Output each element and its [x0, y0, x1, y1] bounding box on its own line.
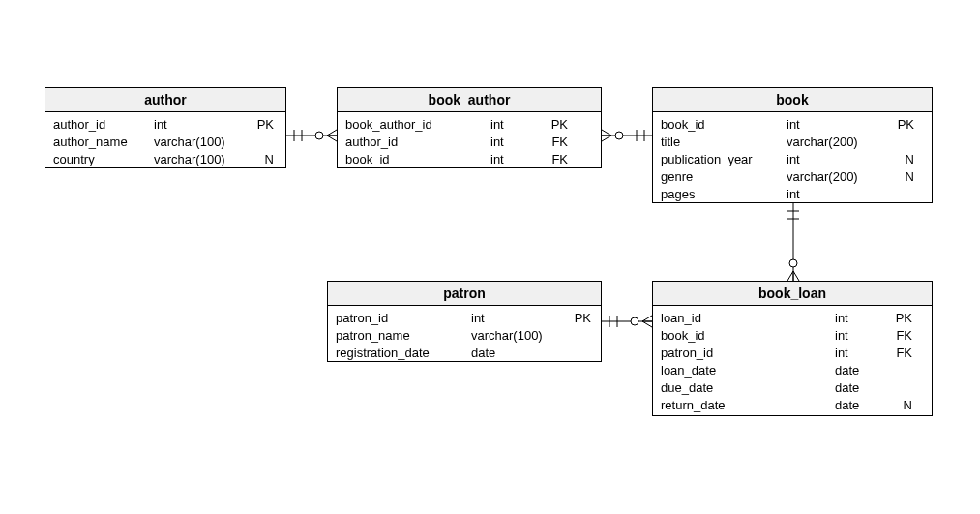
field-type: int [835, 310, 883, 327]
field-name: country [53, 151, 154, 168]
field-row: author_name varchar(100) [53, 134, 278, 151]
entity-title: patron [328, 282, 601, 306]
relationship-author-to-bookauthor [286, 130, 337, 141]
field-name: book_id [345, 151, 490, 168]
svg-point-27 [631, 317, 638, 325]
field-key: PK [564, 310, 591, 327]
field-type: int [835, 327, 883, 345]
field-key: FK [529, 134, 568, 151]
field-type: int [835, 345, 883, 362]
field-row: title varchar(200) [661, 134, 924, 151]
field-row: book_id int FK [345, 151, 593, 168]
field-key: N [883, 397, 912, 414]
field-name: due_date [661, 379, 835, 397]
field-key: PK [529, 116, 568, 134]
field-row: author_id int PK [53, 116, 278, 134]
svg-line-26 [642, 316, 652, 321]
field-type: int [787, 186, 887, 203]
entity-patron: patron patron_id int PK patron_name varc… [327, 281, 602, 362]
field-type: varchar(100) [471, 327, 564, 345]
svg-line-3 [327, 136, 337, 141]
field-row: author_id int FK [345, 134, 593, 151]
field-key: FK [529, 151, 568, 168]
field-type: varchar(100) [154, 151, 247, 168]
field-row: genre varchar(200) N [661, 168, 924, 186]
field-type: int [787, 151, 887, 168]
field-type: date [835, 362, 883, 379]
svg-point-11 [615, 132, 623, 139]
relationship-bookauthor-to-book [602, 130, 652, 141]
field-key: FK [883, 327, 912, 345]
field-type: date [835, 379, 883, 397]
relationship-overlay [0, 0, 980, 514]
field-row: patron_id int PK [336, 310, 593, 327]
svg-line-19 [793, 271, 799, 281]
relationship-book-to-bookloan [787, 203, 799, 281]
field-row: return_date date N [661, 397, 924, 414]
field-name: book_author_id [345, 116, 490, 134]
field-type: int [154, 116, 247, 134]
svg-line-24 [642, 321, 652, 327]
entity-title: author [45, 88, 285, 112]
field-row: book_id int PK [661, 116, 924, 134]
field-row: registration_date date [336, 345, 593, 362]
field-type: varchar(100) [154, 134, 247, 151]
svg-line-17 [787, 271, 793, 281]
field-type: date [471, 345, 564, 362]
field-name: patron_id [661, 345, 835, 362]
field-row: due_date date [661, 379, 924, 397]
entity-title: book_loan [653, 282, 932, 306]
field-row: loan_id int PK [661, 310, 924, 327]
entity-body: loan_id int PK book_id int FK patron_id … [653, 306, 932, 422]
field-name: loan_id [661, 310, 835, 327]
field-key: N [247, 151, 274, 168]
field-type: int [471, 310, 564, 327]
field-key: N [887, 168, 914, 186]
field-type: int [787, 116, 887, 134]
field-name: author_id [345, 134, 490, 151]
field-name: author_id [53, 116, 154, 134]
entity-book_author: book_author book_author_id int PK author… [337, 87, 602, 168]
field-name: author_name [53, 134, 154, 151]
field-key: PK [887, 116, 914, 134]
field-row: book_id int FK [661, 327, 924, 345]
relationship-patron-to-bookloan [602, 316, 652, 327]
field-type: varchar(200) [787, 134, 887, 151]
field-name: patron_id [336, 310, 471, 327]
field-type: date [835, 397, 883, 414]
svg-line-10 [602, 136, 611, 141]
field-key: N [887, 151, 914, 168]
svg-point-20 [789, 259, 797, 267]
field-name: patron_name [336, 327, 471, 345]
field-type: int [490, 134, 529, 151]
svg-line-5 [327, 130, 337, 136]
field-name: book_id [661, 116, 787, 134]
field-key: PK [883, 310, 912, 327]
field-name: return_date [661, 397, 835, 414]
field-row: book_author_id int PK [345, 116, 593, 134]
field-type: int [490, 151, 529, 168]
entity-title: book_author [338, 88, 601, 112]
svg-line-8 [602, 130, 611, 136]
field-name: book_id [661, 327, 835, 345]
field-name: pages [661, 186, 787, 203]
entity-body: book_id int PK title varchar(200) public… [653, 112, 932, 211]
field-name: genre [661, 168, 787, 186]
svg-point-6 [315, 132, 323, 139]
field-row: loan_date date [661, 362, 924, 379]
field-name: title [661, 134, 787, 151]
field-name: registration_date [336, 345, 471, 362]
entity-body: book_author_id int PK author_id int FK b… [338, 112, 601, 176]
field-name: loan_date [661, 362, 835, 379]
field-row: patron_name varchar(100) [336, 327, 593, 345]
field-row: pages int [661, 186, 924, 203]
entity-body: author_id int PK author_name varchar(100… [45, 112, 285, 176]
entity-author: author author_id int PK author_name varc… [45, 87, 286, 168]
field-row: publication_year int N [661, 151, 924, 168]
field-type: varchar(200) [787, 168, 887, 186]
entity-book: book book_id int PK title varchar(200) p… [652, 87, 933, 203]
field-key: PK [247, 116, 274, 134]
entity-book_loan: book_loan loan_id int PK book_id int FK … [652, 281, 933, 416]
field-row: patron_id int FK [661, 345, 924, 362]
field-name: publication_year [661, 151, 787, 168]
